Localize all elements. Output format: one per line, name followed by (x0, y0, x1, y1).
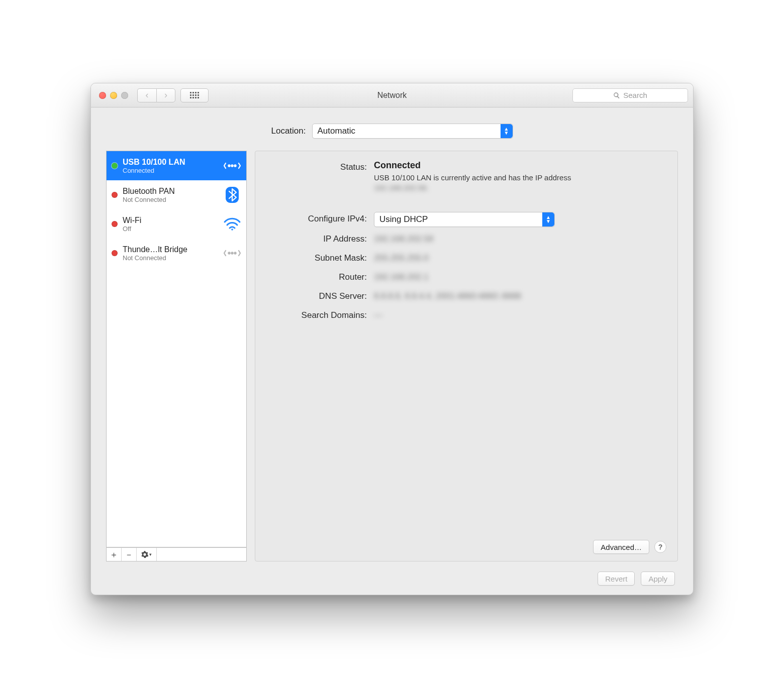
nav-back-forward: ‹ › (137, 88, 175, 102)
show-all-prefs-button[interactable] (180, 88, 209, 102)
remove-interface-button[interactable]: － (122, 548, 137, 561)
status-label: Status: (266, 160, 367, 174)
content-area: Location: Automatic ▲▼ USB 10/100 LAN Co… (91, 107, 693, 595)
minimize-window-button[interactable] (110, 92, 117, 99)
close-window-button[interactable] (99, 92, 106, 99)
select-arrows-icon: ▲▼ (542, 212, 554, 227)
location-row: Location: Automatic ▲▼ (106, 123, 678, 151)
status-value: Connected (374, 160, 666, 171)
window-controls (99, 92, 128, 99)
interface-name: USB 10/100 LAN (123, 158, 218, 167)
svg-point-2 (234, 165, 236, 166)
detail-panel: Status: Connected USB 10/100 LAN is curr… (255, 151, 678, 561)
advanced-button[interactable]: Advanced… (593, 540, 649, 554)
svg-point-0 (228, 165, 230, 166)
interface-name: Bluetooth PAN (123, 187, 218, 196)
interface-status: Not Connected (123, 196, 218, 203)
configure-ipv4-label: Configure IPv4: (266, 212, 367, 226)
status-description: USB 10/100 LAN is currently active and h… (374, 173, 595, 193)
configure-ipv4-select[interactable]: Using DHCP ▲▼ (374, 212, 555, 227)
interfaces-list: USB 10/100 LAN Connected (106, 151, 247, 547)
interface-status: Connected (123, 167, 218, 174)
search-placeholder: Search (623, 91, 647, 99)
svg-point-5 (228, 252, 230, 254)
sidebar-item-thunderbolt-bridge[interactable]: Thunde…lt Bridge Not Connected (107, 239, 246, 268)
svg-point-1 (231, 165, 233, 166)
forward-button[interactable]: › (156, 88, 175, 102)
status-dot-off-icon (112, 221, 118, 227)
sidebar-item-wifi[interactable]: Wi-Fi Off (107, 209, 246, 239)
wifi-icon (223, 215, 241, 233)
status-dot-off-icon (112, 192, 118, 198)
select-arrows-icon: ▲▼ (501, 124, 513, 138)
back-button[interactable]: ‹ (137, 88, 156, 102)
location-value: Automatic (318, 126, 356, 136)
grid-icon (190, 92, 199, 98)
subnet-mask-label: Subnet Mask: (266, 251, 367, 265)
search-icon (613, 92, 620, 99)
sidebar-footer: ＋ － ▾ (106, 547, 247, 561)
revert-button[interactable]: Revert (598, 572, 635, 586)
svg-point-6 (231, 252, 233, 254)
ip-address-label: IP Address: (266, 232, 367, 246)
interface-status: Off (123, 225, 218, 233)
ethernet-icon (223, 244, 241, 262)
dns-server-value: 8.8.8.8, 8.8.4.4, 2001:4860:4860::8888 (374, 291, 521, 301)
sidebar-item-bluetooth-pan[interactable]: Bluetooth PAN Not Connected (107, 180, 246, 209)
svg-point-4 (231, 229, 233, 231)
sidebar-item-usb-lan[interactable]: USB 10/100 LAN Connected (107, 151, 246, 180)
interface-actions-menu[interactable]: ▾ (137, 548, 157, 561)
ethernet-icon (223, 157, 241, 175)
configure-ipv4-value: Using DHCP (379, 212, 428, 227)
dns-server-label: DNS Server: (266, 289, 367, 303)
add-interface-button[interactable]: ＋ (107, 548, 122, 561)
titlebar: ‹ › Network Search (91, 83, 693, 107)
gear-icon (141, 551, 148, 558)
ip-address-value: 192.168.202.58 (374, 234, 433, 244)
interfaces-sidebar: USB 10/100 LAN Connected (106, 151, 247, 561)
router-label: Router: (266, 270, 367, 284)
subnet-mask-value: 255.255.255.0 (374, 253, 429, 263)
search-domains-value: — (374, 310, 382, 320)
location-select[interactable]: Automatic ▲▼ (312, 124, 513, 139)
search-domains-label: Search Domains: (266, 308, 367, 322)
interface-name: Wi-Fi (123, 216, 218, 225)
svg-point-7 (234, 252, 236, 254)
chevron-down-icon: ▾ (149, 552, 152, 557)
interface-status: Not Connected (123, 254, 218, 262)
status-dot-connected-icon (112, 163, 118, 169)
network-preferences-window: ‹ › Network Search (90, 83, 694, 595)
zoom-window-button[interactable] (121, 92, 128, 99)
bluetooth-icon (223, 186, 241, 204)
interface-name: Thunde…lt Bridge (123, 245, 218, 254)
help-button[interactable]: ? (654, 541, 666, 553)
bottom-button-bar: Revert Apply (106, 561, 678, 586)
search-input[interactable]: Search (572, 88, 688, 102)
status-dot-off-icon (112, 250, 118, 256)
apply-button[interactable]: Apply (641, 572, 675, 586)
location-label: Location: (271, 126, 306, 136)
router-value: 192.168.202.1 (374, 272, 429, 282)
